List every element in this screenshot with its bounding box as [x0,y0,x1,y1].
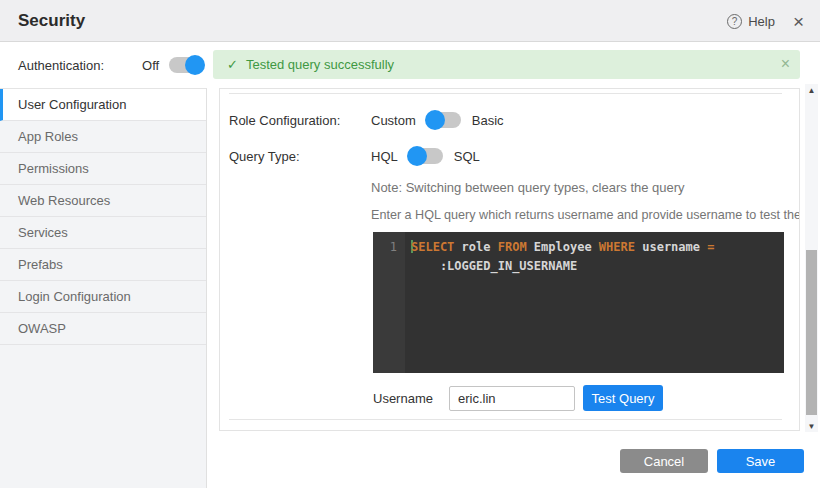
role-configuration-row: Role Configuration: Custom Basic [229,107,789,133]
query-option-hql: HQL [371,149,398,164]
authentication-toggle[interactable] [169,57,203,73]
code-token-keyword: FROM [498,240,534,254]
role-option-custom: Custom [371,113,416,128]
query-type-row: Query Type: HQL SQL [229,143,789,169]
query-instruction: Enter a HQL query which returns username… [371,208,800,222]
cancel-button[interactable]: Cancel [620,449,708,473]
banner-close-icon[interactable]: × [781,55,790,73]
role-configuration-toggle[interactable] [427,112,461,128]
code-token-plain: :LOGGED_IN_USERNAME [411,259,577,273]
sidebar-item-services[interactable]: Services [0,217,206,249]
sidebar-item-permissions[interactable]: Permissions [0,153,206,185]
sidebar-item-login-configuration[interactable]: Login Configuration [0,281,206,313]
code-token-plain: role [462,240,498,254]
sidebar-item-web-resources[interactable]: Web Resources [0,185,206,217]
code-line: :LOGGED_IN_USERNAME [411,257,780,276]
window-header: Security ? Help × [0,0,820,42]
scrollbar-thumb[interactable] [806,250,817,415]
authentication-label: Authentication: [18,58,104,73]
success-message: Tested query successfully [246,57,394,72]
sidebar-item-owasp[interactable]: OWASP [0,313,206,345]
help-button[interactable]: ? Help [727,14,775,29]
username-label: Username [373,391,449,406]
code-token-plain: Employee [534,240,599,254]
editor-code[interactable]: SELECT role FROM Employee WHERE username… [405,232,784,373]
query-note: Note: Switching between query types, cle… [371,180,685,195]
close-icon[interactable]: × [789,12,808,31]
success-banner: ✓ Tested query successfully × [213,50,800,79]
section-divider [229,419,782,420]
save-button[interactable]: Save [717,449,804,473]
check-icon: ✓ [227,57,238,72]
query-code-editor[interactable]: 1 SELECT role FROM Employee WHERE userna… [373,232,784,373]
code-token-keyword: WHERE [599,240,642,254]
toggle-knob [407,146,427,166]
authentication-off-label: Off [142,58,159,73]
username-row: Username Test Query [373,385,663,411]
page-title: Security [18,11,85,31]
role-option-basic: Basic [472,113,504,128]
query-type-toggle[interactable] [409,148,443,164]
scroll-up-icon[interactable]: ▲ [805,84,818,96]
code-token-keyword: SELECT [411,240,462,254]
test-query-button[interactable]: Test Query [583,385,663,411]
code-token-keyword: = [707,240,714,254]
query-option-sql: SQL [454,149,480,164]
toggle-knob [425,110,445,130]
section-divider [229,93,782,94]
sidebar-nav: User ConfigurationApp RolesPermissionsWe… [0,88,207,488]
code-token-plain: username [642,240,707,254]
help-icon: ? [727,14,742,29]
username-input[interactable] [449,386,575,411]
toolbar: Authentication: Off On ✓ Tested query su… [0,42,820,88]
query-type-label: Query Type: [229,149,371,164]
vertical-scrollbar[interactable]: ▲ ▼ [805,84,818,432]
content-panel: Role Configuration: Custom Basic Query T… [219,88,800,431]
code-line: SELECT role FROM Employee WHERE username… [411,238,780,257]
sidebar-item-prefabs[interactable]: Prefabs [0,249,206,281]
sidebar-item-app-roles[interactable]: App Roles [0,121,206,153]
scroll-down-icon[interactable]: ▼ [805,420,818,432]
role-configuration-label: Role Configuration: [229,113,371,128]
help-label: Help [748,14,775,29]
sidebar-item-user-configuration[interactable]: User Configuration [0,89,206,121]
toggle-knob [185,55,205,75]
editor-line-number: 1 [373,232,405,373]
